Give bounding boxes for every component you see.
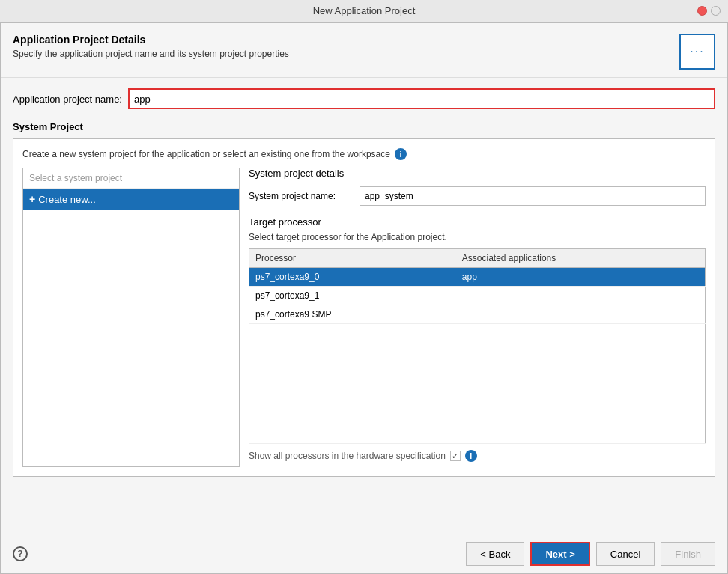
processor-cell: ps7_cortexa9_0 [249,268,456,287]
col-processor: Processor [249,249,456,268]
help-icon[interactable]: ? [13,546,28,561]
associated-cell [456,287,706,305]
list-placeholder: Select a system project [23,168,239,189]
dialog-title: New Application Project [313,5,416,16]
table-row[interactable]: ps7_cortexa9 SMP [249,305,706,324]
system-project-description: Create a new system project for the appl… [22,148,706,160]
show-all-checkbox[interactable]: ✓ [450,451,461,461]
finish-button[interactable]: Finish [661,542,715,566]
app-name-row: Application project name: [13,88,715,109]
processor-table: Processor Associated applications ps7_co… [249,248,706,444]
table-empty-row [249,324,706,444]
system-project-list[interactable]: Select a system project + Create new... [22,168,240,467]
left-panel: Select a system project + Create new... [22,168,240,467]
details-title: System project details [249,168,706,179]
dialog-header: Application Project Details Specify the … [1,23,727,78]
cancel-button[interactable]: Cancel [596,542,655,566]
header-title: Application Project Details [13,34,289,46]
plus-icon: + [29,193,35,205]
show-all-label: Show all processors in the hardware spec… [249,451,446,461]
associated-cell: app [456,268,706,287]
title-bar: New Application Project [0,0,728,22]
app-name-input[interactable] [128,88,715,109]
col-associated: Associated applications [456,249,706,268]
header-text: Application Project Details Specify the … [13,34,289,59]
dialog-icon [679,34,715,70]
footer-buttons: < Back Next > Cancel Finish [466,542,715,566]
system-project-name-row: System project name: [249,186,706,206]
target-processor-description: Select target processor for the Applicat… [249,232,706,242]
close-btn[interactable] [697,6,707,16]
next-button[interactable]: Next > [530,542,589,566]
system-project-layout: Select a system project + Create new... … [22,168,706,467]
dialog-footer: ? < Back Next > Cancel Finish [1,534,727,573]
header-subtitle: Specify the application project name and… [13,49,289,59]
table-row[interactable]: ps7_cortexa9_1 [249,287,706,305]
back-button[interactable]: < Back [466,542,524,566]
associated-cell [456,305,706,324]
dialog-content: Application project name: System Project… [1,78,727,534]
system-project-section-title: System Project [13,121,715,132]
system-project-name-label: System project name: [249,191,354,201]
create-new-item[interactable]: + Create new... [23,189,239,210]
min-btn[interactable] [711,6,721,16]
processor-cell: ps7_cortexa9_1 [249,287,456,305]
table-row[interactable]: ps7_cortexa9_0 app [249,268,706,287]
dialog: Application Project Details Specify the … [0,22,728,574]
system-project-name-input[interactable] [360,186,706,206]
right-panel: System project details System project na… [249,168,706,467]
footer-left: ? [13,546,28,561]
target-processor-title: Target processor [249,216,706,228]
app-name-label: Application project name: [13,94,122,105]
system-project-box: Create a new system project for the appl… [13,138,715,477]
info-icon-description[interactable]: i [395,148,407,160]
show-all-row: Show all processors in the hardware spec… [249,450,706,462]
processor-cell: ps7_cortexa9 SMP [249,305,456,324]
title-bar-controls [697,6,721,16]
create-new-label: Create new... [38,194,96,205]
info-icon-processor[interactable]: i [465,450,477,462]
